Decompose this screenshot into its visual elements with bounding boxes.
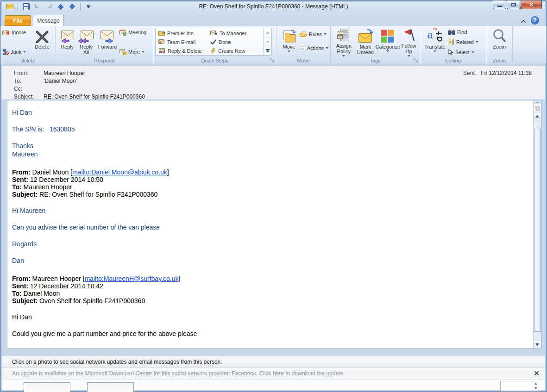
categorize-button[interactable]: Categorize [376, 27, 400, 57]
group-caption-delete: Delete [0, 58, 55, 63]
more-respond-button[interactable]: More [119, 48, 150, 56]
contact-photo-placeholder[interactable] [24, 382, 70, 392]
ribbon-group-editing: a Translate Find Related Select [420, 26, 486, 64]
quick-step-done[interactable]: Done [210, 37, 262, 46]
quick-step-reply-delete[interactable]: Reply & Delete [158, 46, 210, 55]
junk-button[interactable]: Junk [2, 48, 31, 56]
window-title: RE: Oven Shelf for Spinflo F241P000360 -… [0, 3, 547, 10]
zoom-button[interactable]: Zoom [488, 27, 510, 57]
expand-people-pane-icon[interactable] [520, 3, 526, 9]
ribbon-group-move: Move Rules Actions Move [277, 26, 331, 64]
group-caption-tags: Tags [331, 58, 420, 63]
people-pane-mini-scrollbar[interactable] [533, 381, 539, 391]
follow-up-button[interactable]: Follow Up [400, 27, 418, 57]
quick-steps-scroll-down[interactable] [264, 37, 271, 47]
ribbon-group-zoom: Zoom Zoom [486, 26, 513, 64]
minimize-button[interactable] [493, 0, 506, 9]
find-button[interactable]: Find [448, 28, 482, 36]
assign-policy-button[interactable]: Assign Policy [333, 27, 355, 57]
quick-steps-gallery: Premier Inn To Manager Team E-mail Done [155, 28, 272, 56]
from-label: From: [14, 70, 44, 76]
translate-button[interactable]: a Translate [422, 27, 448, 57]
quick-steps-dialog-launcher-icon[interactable] [270, 58, 275, 63]
body-paragraph: Regards [12, 240, 533, 248]
mailto-link[interactable]: mailto:Daniel.Moon@abiuk.co.uk [72, 168, 167, 176]
move-button[interactable]: Move [278, 27, 300, 57]
ribbon-tab-row: File Message ? [0, 13, 547, 26]
split-handle[interactable] [534, 100, 541, 104]
body-paragraph: Hi Dan [12, 109, 533, 116]
browse-pages-icon[interactable] [534, 104, 541, 112]
group-caption-quick-steps: Quick Steps [153, 58, 276, 63]
body-paragraph: Dan [12, 257, 533, 264]
ribbon: Ignore Junk Delete Delete [0, 26, 547, 64]
mark-unread-button[interactable]: Mark Unread [355, 27, 376, 57]
body-paragraph: Hi Maureen [12, 207, 533, 214]
quoted-header-block: From: Maureen Hooper [mailto:MaureenH@su… [12, 275, 533, 305]
quick-step-team-email[interactable]: Team E-mail [158, 37, 210, 46]
rules-button[interactable]: Rules [300, 30, 328, 38]
tags-dialog-launcher-icon[interactable] [414, 58, 418, 63]
message-body[interactable]: Hi Dan The S/N is: 1630805 Thanks Mauree… [7, 100, 533, 348]
delete-button[interactable]: Delete [31, 27, 53, 57]
title-bar: RE: Oven Shelf for Spinflo F241P000360 -… [0, 0, 547, 13]
people-pane-chevron-down-icon[interactable] [533, 4, 538, 7]
quick-steps-more-button[interactable] [264, 46, 271, 55]
header-from-row: From:Maureen Hooper [14, 70, 85, 76]
quick-step-to-manager[interactable]: To Manager [210, 29, 262, 37]
sent-label: Sent: [463, 70, 476, 76]
actions-button[interactable]: Actions [300, 44, 328, 52]
select-button[interactable]: Select [448, 48, 482, 56]
to-label: To: [14, 78, 44, 84]
ribbon-group-tags: Assign Policy Mark Unread Categorize Fol… [331, 26, 420, 64]
forward-button[interactable]: Forward [95, 27, 119, 57]
quick-step-create-new[interactable]: Create New [210, 46, 262, 55]
ribbon-group-quick-steps: Premier Inn To Manager Team E-mail Done [153, 26, 277, 64]
vertical-scrollbar[interactable] [533, 100, 541, 348]
reply-all-button[interactable]: Reply All [77, 27, 95, 57]
body-paragraph: Could you give me a part number and pric… [12, 330, 533, 337]
collapse-ribbon-icon[interactable] [521, 19, 526, 23]
header-to-row: To:'Daniel Moon' [14, 78, 77, 84]
related-button[interactable]: Related [448, 38, 482, 46]
social-connector-update-bar: An update is available on the Microsoft … [2, 368, 545, 380]
update-bar-close-icon[interactable] [534, 371, 539, 376]
body-paragraph: Can you advise the serial number of the … [12, 224, 533, 231]
sent-value: Fri 12/12/2014 11:38 [481, 70, 532, 76]
group-caption-editing: Editing [420, 58, 486, 63]
mailto-link[interactable]: mailto:MaureenH@surfbay.co.uk [84, 275, 178, 282]
group-caption-zoom: Zoom [486, 58, 512, 63]
body-paragraph: Maureen [12, 150, 533, 158]
scroll-up-button[interactable] [534, 112, 541, 120]
help-icon[interactable]: ? [531, 16, 539, 25]
tab-message[interactable]: Message [33, 15, 64, 26]
quoted-header-block: From: Daniel Moon [mailto:Daniel.Moon@ab… [12, 168, 533, 198]
scrollbar-thumb[interactable] [534, 129, 541, 332]
ignore-button[interactable]: Ignore [2, 28, 31, 37]
subject-value: RE: Oven Shelf for Spinflo F241P000360 [44, 93, 145, 100]
header-subject-row: Subject:RE: Oven Shelf for Spinflo F241P… [14, 93, 145, 100]
outlook-message-window: RE: Oven Shelf for Spinflo F241P000360 -… [0, 0, 547, 392]
quick-steps-scrollbar [263, 28, 271, 55]
header-cc-row: Cc: [14, 86, 44, 92]
message-header: From:Maureen Hooper To:'Daniel Moon' Cc:… [2, 65, 545, 99]
cc-label: Cc: [14, 86, 44, 92]
social-connector-update-text: An update is available on the Microsoft … [12, 370, 345, 377]
quick-step-premier-inn[interactable]: Premier Inn [158, 29, 210, 37]
body-paragraph: Hi Dan [12, 313, 533, 321]
mini-scroll-up-icon[interactable] [534, 383, 537, 385]
message-body-panel: Hi Dan The S/N is: 1630805 Thanks Mauree… [7, 100, 541, 349]
from-value: Maureen Hooper [44, 70, 85, 76]
tab-file[interactable]: File [5, 15, 31, 26]
restore-button[interactable] [507, 0, 520, 9]
mini-scroll-down-icon[interactable] [534, 387, 537, 389]
people-pane-hint-text: Click on a photo to see social network u… [12, 359, 222, 365]
body-paragraph: The S/N is: 1630805 [12, 125, 533, 133]
quick-steps-scroll-up[interactable] [264, 28, 271, 37]
meeting-button[interactable]: Meeting [119, 28, 150, 37]
people-pane-hint-bar[interactable]: Click on a photo to see social network u… [2, 356, 545, 368]
contact-photo-placeholder[interactable] [87, 382, 134, 392]
reply-button[interactable]: Reply [57, 27, 77, 57]
scroll-down-button[interactable] [534, 341, 541, 348]
group-caption-move: Move [277, 58, 330, 63]
